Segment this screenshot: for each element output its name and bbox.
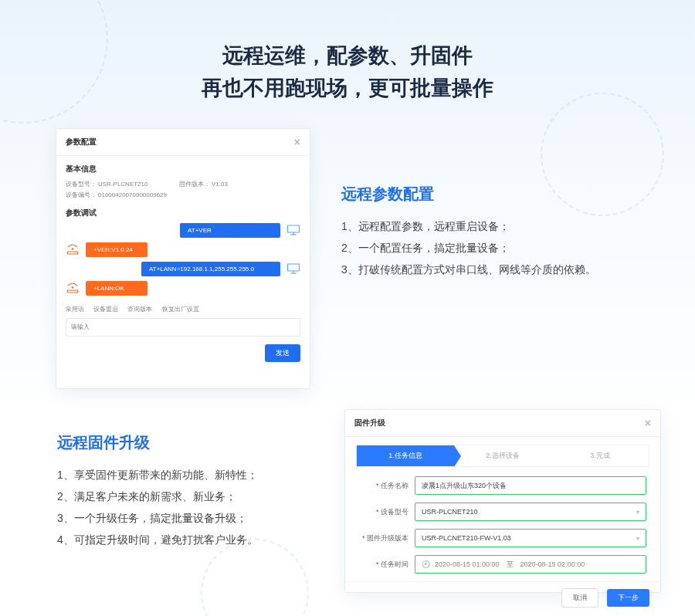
firmware-version-select[interactable]: USR-PLCNET210-FW-V1.03 ▾: [415, 529, 646, 547]
command-input[interactable]: [66, 318, 300, 337]
device-model-label: 设备型号: [359, 507, 415, 517]
device-restart-link[interactable]: 设备重启: [93, 306, 118, 313]
param-config-title: 参数配置: [66, 137, 97, 147]
firmware-upgrade-title: 固件升级: [354, 418, 385, 428]
chat-msg-sent: AT+VER: [66, 223, 300, 238]
param-config-dialog: 参数配置 × 基本信息 设备型号：USR-PLCNET210 固件版本：V1.0…: [56, 128, 310, 389]
chat-bubble: +LANN:OK: [86, 281, 147, 296]
debug-heading: 参数调试: [66, 208, 300, 218]
remote-upgrade-title: 远程固件升级: [57, 432, 335, 453]
svg-rect-9: [67, 290, 78, 293]
device-id-value: 01600420070800009629: [98, 191, 167, 198]
task-time-value: 2020-08-15 01:00:00 至 2020-08-15 02:00:0…: [435, 560, 585, 570]
chevron-down-icon: ▾: [636, 509, 639, 516]
antenna-icon: [66, 282, 80, 294]
chat-bubble: AT+VER: [180, 223, 280, 238]
firmware-label: 固件版本：: [179, 181, 210, 188]
svg-rect-4: [67, 252, 78, 254]
clock-icon: 🕘: [422, 560, 430, 568]
list-item: 1、享受固件更新带来的新功能、新特性；: [57, 464, 335, 486]
remote-upgrade-block: 远程固件升级 1、享受固件更新带来的新功能、新特性； 2、满足客户未来的新需求、…: [57, 432, 335, 550]
firmware-version-value: USR-PLCNET210-FW-V1.03: [422, 534, 511, 542]
device-model-select[interactable]: USR-PLCNET210 ▾: [415, 503, 646, 521]
step-complete[interactable]: 3.完成: [551, 445, 649, 466]
list-item: 3、一个升级任务，搞定批量设备升级；: [57, 507, 335, 529]
list-item: 2、一个配置任务，搞定批量设备；: [341, 237, 658, 259]
svg-rect-0: [288, 225, 300, 232]
device-model-label: 设备型号：: [66, 181, 97, 188]
headline-line2: 再也不用跑现场，更可批量操作: [0, 73, 695, 105]
main-headline: 远程运维，配参数、升固件 再也不用跑现场，更可批量操作: [0, 0, 695, 105]
list-item: 4、可指定升级时间，避免打扰客户业务。: [57, 529, 335, 550]
task-time-label: 任务时间: [359, 560, 415, 570]
chevron-down-icon: ▾: [636, 535, 639, 542]
quick-links: 常用语 设备重启 查询版本 恢复出厂设置: [66, 305, 300, 313]
task-name-value: 凌晨1点升级山东320个设备: [422, 481, 507, 491]
close-icon[interactable]: ×: [645, 417, 651, 429]
task-name-input[interactable]: 凌晨1点升级山东320个设备: [415, 476, 646, 495]
headline-line1: 远程运维，配参数、升固件: [0, 40, 695, 73]
list-item: 3、打破传统配置方式对串口线、网线等介质的依赖。: [341, 259, 658, 280]
factory-reset-link[interactable]: 恢复出厂设置: [162, 306, 199, 313]
remote-param-title: 远程参数配置: [341, 184, 658, 205]
wizard-steps: 1.任务信息 2.选择设备 3.完成: [356, 445, 649, 467]
close-icon[interactable]: ×: [294, 136, 300, 148]
debug-chat: AT+VER +VER:V1.0.24 AT+LANN=192.168.1.1,…: [66, 223, 300, 296]
antenna-icon: [66, 243, 80, 256]
chat-bubble: AT+LANN=192.168.1.1,255.255.255.0: [141, 262, 280, 276]
remote-param-block: 远程参数配置 1、远程配置参数，远程重启设备； 2、一个配置任务，搞定批量设备；…: [341, 184, 658, 280]
send-button[interactable]: 发送: [265, 344, 300, 362]
chat-msg-recv: +VER:V1.0.24: [66, 242, 300, 257]
monitor-icon: [286, 262, 300, 275]
chat-msg-sent: AT+LANN=192.168.1.1,255.255.255.0: [66, 262, 300, 276]
step-select-device[interactable]: 2.选择设备: [454, 445, 551, 466]
list-item: 2、满足客户未来的新需求、新业务；: [57, 486, 335, 507]
task-name-label: 任务名称: [359, 481, 415, 491]
cancel-button[interactable]: 取消: [561, 588, 598, 608]
next-button[interactable]: 下一步: [607, 589, 649, 607]
chat-bubble: +VER:V1.0.24: [86, 242, 147, 257]
device-id-label: 设备编号：: [66, 191, 97, 198]
svg-rect-5: [288, 264, 300, 271]
task-time-picker[interactable]: 🕘 2020-08-15 01:00:00 至 2020-08-15 02:00…: [415, 555, 646, 574]
query-version-link[interactable]: 查询版本: [127, 306, 152, 313]
basic-info-heading: 基本信息: [66, 164, 300, 174]
firmware-version-label: 固件升级版本: [359, 533, 415, 543]
firmware-upgrade-dialog: 固件升级 × 1.任务信息 2.选择设备 3.完成 任务名称 凌晨1点升级山东3…: [344, 409, 661, 593]
step-task-info[interactable]: 1.任务信息: [357, 445, 454, 466]
device-model-value: USR-PLCNET210: [98, 181, 147, 188]
device-model-value: USR-PLCNET210: [422, 508, 478, 516]
device-id-row: 设备编号：01600420070800009629: [66, 190, 300, 201]
monitor-icon: [286, 224, 300, 236]
chat-msg-recv: +LANN:OK: [66, 281, 300, 296]
firmware-value: V1.03: [212, 181, 228, 188]
quick-phrases-link[interactable]: 常用语: [66, 306, 84, 313]
svg-point-8: [72, 286, 73, 288]
device-model-row: 设备型号：USR-PLCNET210 固件版本：V1.03: [66, 179, 300, 190]
svg-point-3: [72, 248, 73, 249]
list-item: 1、远程配置参数，远程重启设备；: [341, 215, 658, 237]
